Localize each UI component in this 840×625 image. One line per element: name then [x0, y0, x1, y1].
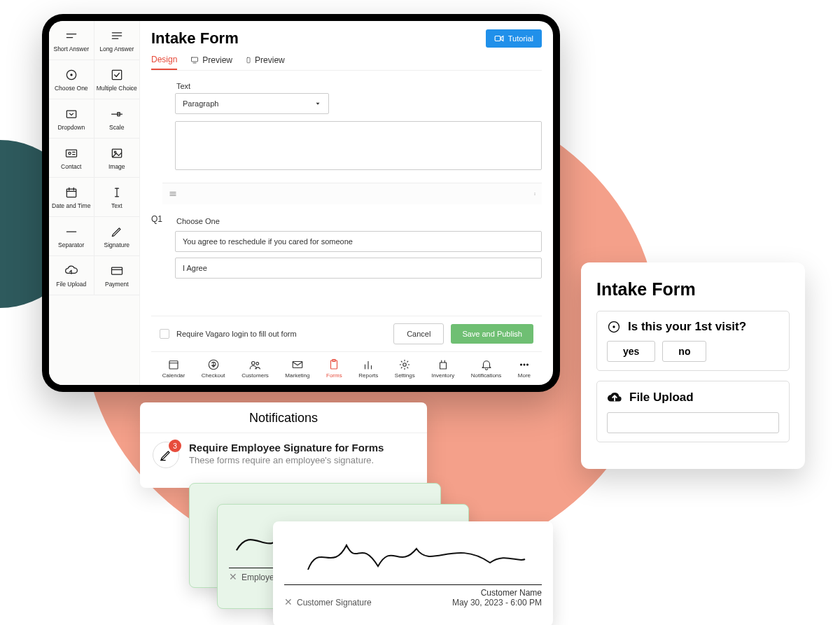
palette-date-time[interactable]: Date and Time	[49, 178, 94, 217]
svg-rect-42	[293, 362, 302, 368]
preview-question-block: Is this your 1st visit? yes no	[596, 311, 790, 371]
nav-reports[interactable]: Reports	[358, 358, 378, 379]
palette-label: Contact	[61, 163, 81, 170]
preview-option-no[interactable]: no	[662, 341, 706, 362]
drag-handle-icon[interactable]	[168, 189, 178, 199]
palette-signature[interactable]: Signature	[94, 217, 140, 256]
save-publish-button[interactable]: Save and Publish	[451, 324, 533, 344]
chart-icon	[362, 358, 374, 371]
palette-choose-one[interactable]: Choose One	[49, 60, 94, 99]
notification-item[interactable]: 3 Require Employee Signature for Forms T…	[140, 433, 427, 477]
palette-file-upload[interactable]: File Upload	[49, 256, 94, 295]
nav-settings[interactable]: Settings	[395, 358, 415, 379]
svg-point-36	[535, 195, 536, 195]
nav-forms[interactable]: Forms	[326, 358, 342, 379]
nav-marketing[interactable]: Marketing	[285, 358, 309, 379]
gear-icon	[398, 358, 411, 371]
question-type-label: Choose One	[175, 214, 542, 228]
svg-rect-23	[111, 267, 122, 274]
dropdown-icon	[64, 107, 78, 121]
palette-dropdown[interactable]: Dropdown	[49, 99, 94, 139]
cloud-upload-icon	[64, 264, 78, 278]
palette-scale[interactable]: Scale	[94, 99, 140, 139]
customer-signature-label: Customer Signature	[297, 598, 372, 608]
nav-more[interactable]: More	[518, 358, 531, 379]
dollar-icon	[207, 358, 220, 371]
editor-footer: Require Vagaro login to fill out form Ca…	[151, 316, 542, 351]
tab-design[interactable]: Design	[151, 55, 177, 70]
preview-upload-input[interactable]	[607, 412, 779, 433]
cancel-button[interactable]: Cancel	[393, 323, 444, 344]
signature-scribble-icon	[284, 531, 542, 580]
tutorial-button[interactable]: Tutorial	[486, 29, 542, 48]
tab-preview-mobile[interactable]: Preview	[245, 55, 285, 70]
signature-datetime: May 30, 2023 - 6:00 PM	[452, 598, 542, 608]
palette-label: Signature	[104, 241, 130, 248]
nav-notifications[interactable]: Notifications	[471, 358, 502, 379]
editor-tabs: Design Preview Preview	[151, 55, 542, 71]
require-login-label: Require Vagaro login to fill out form	[176, 330, 386, 338]
palette-label: Choose One	[55, 85, 88, 92]
text-style-select[interactable]: Paragraph	[175, 93, 329, 114]
inventory-icon	[437, 358, 449, 371]
svg-rect-27	[192, 57, 198, 62]
nav-checkout[interactable]: Checkout	[202, 358, 225, 379]
radio-icon	[64, 68, 78, 82]
svg-point-35	[535, 194, 536, 195]
svg-rect-11	[66, 150, 76, 157]
clear-signature-icon[interactable]: ✕	[284, 596, 293, 608]
svg-rect-49	[440, 363, 446, 369]
clear-signature-icon[interactable]: ✕	[229, 571, 237, 582]
more-vert-icon[interactable]	[533, 189, 536, 199]
contact-icon	[64, 146, 78, 160]
palette-payment[interactable]: Payment	[94, 256, 140, 295]
svg-point-16	[114, 151, 116, 153]
question-number: Q1	[151, 214, 165, 279]
editor-canvas: Text Paragraph Q1 Choose One	[151, 79, 542, 316]
clipboard-icon	[328, 358, 340, 371]
nav-inventory[interactable]: Inventory	[431, 358, 454, 379]
notification-title: Require Employee Signature for Forms	[189, 442, 384, 454]
signature-name-label: Customer Name	[452, 588, 542, 598]
palette-long-answer[interactable]: Long Answer	[94, 21, 140, 60]
palette-label: Text	[111, 202, 122, 209]
tab-preview-desktop[interactable]: Preview	[190, 55, 232, 70]
preview-option-yes[interactable]: yes	[607, 341, 655, 362]
video-icon	[494, 34, 504, 43]
question-prompt-input[interactable]: You agree to reschedule if you cared for…	[175, 231, 542, 252]
palette-image[interactable]: Image	[94, 139, 140, 178]
svg-rect-25	[495, 36, 500, 41]
notification-subtitle: These forms require an employee's signat…	[189, 455, 384, 465]
svg-rect-8	[66, 111, 76, 118]
tablet-frame: Short Answer Long Answer Choose One Mult…	[42, 14, 560, 392]
block-separator	[162, 183, 542, 204]
palette-short-answer[interactable]: Short Answer	[49, 21, 94, 60]
preview-question-text: Is this your 1st visit?	[628, 320, 746, 334]
svg-point-12	[69, 152, 71, 154]
text-cursor-icon	[110, 185, 124, 199]
nav-customers[interactable]: Customers	[241, 358, 269, 379]
require-login-checkbox[interactable]	[160, 329, 169, 339]
svg-point-41	[256, 363, 259, 365]
users-icon	[248, 358, 261, 371]
preview-upload-block: File Upload	[596, 381, 790, 442]
calendar-icon	[64, 185, 78, 199]
nav-calendar[interactable]: Calendar	[162, 358, 185, 379]
notifications-header: Notifications	[140, 411, 427, 433]
scale-icon	[110, 107, 124, 121]
preview-upload-label: File Upload	[629, 391, 694, 405]
palette-contact[interactable]: Contact	[49, 139, 94, 178]
palette-multiple-choice[interactable]: Multiple Choice	[94, 60, 140, 99]
form-preview-card: Intake Form Is this your 1st visit? yes …	[581, 262, 805, 469]
text-block-label: Text	[175, 79, 542, 93]
envelope-icon	[291, 358, 304, 371]
palette-text[interactable]: Text	[94, 178, 140, 217]
signature-card-front: ✕Customer Signature Customer Name May 30…	[273, 521, 553, 625]
question-option-input[interactable]: I Agree	[175, 258, 542, 279]
palette-label: Image	[108, 163, 125, 170]
text-content-textarea[interactable]	[175, 121, 542, 170]
tab-label: Preview	[255, 55, 285, 65]
image-icon	[110, 146, 124, 160]
svg-rect-37	[169, 361, 178, 369]
palette-separator[interactable]: Separator	[49, 217, 94, 256]
